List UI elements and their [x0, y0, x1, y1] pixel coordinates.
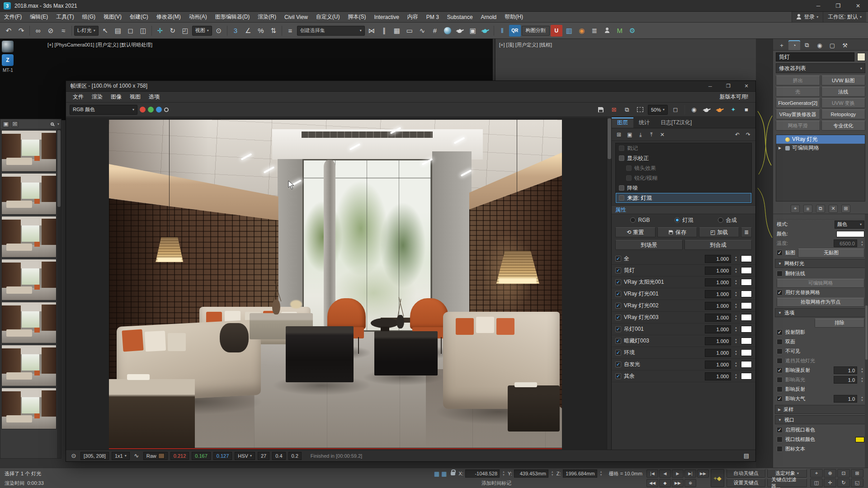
pixel-probe-icon[interactable]: ⊙ [70, 450, 78, 461]
radio-icon[interactable] [675, 217, 680, 223]
spinner[interactable]: ▲▼ [734, 338, 738, 344]
curve-editor-icon[interactable]: ∿ [416, 25, 428, 37]
source-radio[interactable]: 合成 [718, 216, 736, 224]
wire-color-swatch[interactable] [855, 437, 864, 442]
grid-snap-icon[interactable]: ▦ [441, 470, 447, 477]
chevron-down-icon[interactable]: ▾ [57, 122, 59, 126]
pick-mesh-button[interactable]: 拾取网格作为节点 [777, 298, 864, 307]
render-production-icon[interactable] [480, 25, 491, 37]
menu-item[interactable]: 工具(T) [52, 13, 78, 21]
option-checkbox[interactable]: ✓ [777, 348, 783, 354]
modifier-button[interactable]: 壳 [776, 87, 820, 97]
plugin-z-icon[interactable]: Z [2, 54, 14, 66]
history-clear-icon[interactable]: ☒ [11, 121, 19, 127]
make-unique-icon[interactable]: ⧉ [816, 205, 825, 213]
z-coordinate-field[interactable]: 1996.684mm [563, 469, 597, 478]
angle-snap-icon[interactable]: ∠ [242, 25, 254, 37]
lightmix-color-swatch[interactable] [741, 302, 752, 309]
modifier-button[interactable]: 网格平滑 [776, 121, 820, 131]
y-coordinate-field[interactable]: 439.453mm [514, 469, 548, 478]
menu-item[interactable]: 文件(F) [0, 13, 26, 21]
vfb-maximize-icon[interactable]: ❐ [719, 81, 737, 91]
reset-button[interactable]: ⟲重置 [615, 227, 656, 237]
close-icon[interactable]: ✕ [848, 0, 868, 11]
lightmix-value-field[interactable]: 1.000 [705, 361, 731, 369]
load-preset-icon[interactable]: ⤒ [647, 130, 656, 139]
lightmix-color-swatch[interactable] [741, 349, 752, 356]
load-button[interactable]: ◰加载 [699, 227, 739, 237]
lightmix-value-field[interactable]: 1.000 [705, 372, 731, 380]
vfb-tab[interactable]: 统计 [633, 117, 655, 128]
panel-scrollbar[interactable] [865, 214, 868, 468]
one-to-one-icon[interactable]: ◻ [670, 104, 681, 115]
pan-icon[interactable]: ✛ [824, 479, 836, 487]
history-enable-icon[interactable]: ▣ [2, 121, 9, 127]
zoom-icon[interactable]: ⌖ [810, 469, 823, 478]
zoom-extents-all-icon[interactable]: ⊞ [851, 469, 863, 478]
percent-snap-icon[interactable]: % [255, 25, 267, 37]
layer-row[interactable]: 来源: 灯混 [616, 193, 751, 203]
top-viewport[interactable]: [+] [顶] [用户定义] [线框] [495, 39, 760, 82]
lightmix-color-swatch[interactable] [741, 267, 752, 274]
save-image-icon[interactable] [595, 104, 606, 115]
menu-item[interactable]: Interactive [370, 14, 403, 20]
select-link-icon[interactable]: ∞ [32, 25, 44, 37]
wire-color-checkbox[interactable]: ✓ [777, 436, 783, 442]
mode-dropdown[interactable]: 颜色▾ [835, 221, 864, 229]
go-to-end-icon[interactable]: ▶▶ [697, 469, 709, 478]
mirror-icon[interactable]: ⋈ [366, 25, 377, 37]
radio-icon[interactable] [718, 217, 723, 223]
option-checkbox[interactable]: ✓ [777, 358, 783, 364]
vfb-menu-item[interactable]: 渲染 [88, 93, 107, 101]
lightmix-checkbox[interactable]: ✓ [615, 350, 621, 356]
modifier-button[interactable]: FloorGenerator[2] [776, 98, 820, 108]
top-viewport-label[interactable]: [+] [顶] [用户定义] [线框] [499, 42, 552, 48]
menu-item[interactable]: 组(G) [78, 13, 99, 21]
menu-item[interactable]: 内容 [403, 13, 422, 21]
go-to-start-icon[interactable]: |◀ [646, 469, 658, 478]
to-scene-button[interactable]: 到场景 [615, 240, 683, 250]
layer-manager-icon[interactable]: ▦ [391, 25, 403, 37]
redo-icon[interactable]: ↷ [744, 130, 753, 139]
material-editor-icon[interactable] [442, 25, 453, 37]
set-key-button[interactable]: 设置关键点 [726, 479, 765, 487]
source-radio[interactable]: RGB [630, 217, 650, 223]
menu-item[interactable]: 视图(V) [99, 13, 126, 21]
lightmix-color-swatch[interactable] [741, 279, 752, 286]
option-checkbox[interactable]: ✓ [777, 377, 783, 383]
layer-row[interactable]: 镜头效果 [616, 163, 751, 173]
lightmix-checkbox[interactable]: ✓ [615, 303, 621, 309]
move-icon[interactable]: ✛ [154, 25, 166, 37]
lightmix-row[interactable]: ✓ VRay 太阳光001 1.000 ▲▼ [612, 277, 755, 288]
map-checkbox[interactable]: ✓ [777, 250, 783, 256]
lightmix-value-field[interactable]: 1.000 [705, 337, 731, 345]
use-center-icon[interactable]: ⊙ [213, 25, 225, 37]
lightmix-row[interactable]: ✓ VRay 灯光002 1.000 ▲▼ [612, 300, 755, 312]
layer-row[interactable]: 显示校正 [616, 153, 751, 163]
vfb-close-icon[interactable]: ✕ [737, 81, 755, 91]
modifier-button[interactable]: UVW 变换 [821, 98, 866, 108]
menu-item[interactable]: 图形编辑器(D) [211, 13, 254, 21]
lightmix-color-swatch[interactable] [741, 291, 752, 297]
lightmix-checkbox[interactable]: ✓ [615, 291, 621, 297]
spinner[interactable]: ▲▼ [734, 361, 738, 368]
configure-sets-icon[interactable]: ⊞ [841, 205, 850, 213]
tab-create[interactable]: + [776, 40, 788, 50]
zoom-region-icon[interactable]: ◫ [810, 479, 823, 487]
prev-frame-icon[interactable]: ◀ [659, 469, 671, 478]
rollout-mesh-light[interactable]: ▼ 网格灯光 [775, 259, 866, 268]
save-preset-icon[interactable]: ⤓ [636, 130, 645, 139]
to-composite-button[interactable]: 到合成 [684, 240, 752, 250]
spinner[interactable]: ▲▼ [734, 350, 738, 356]
bars-plugin-icon[interactable]: ‖ [496, 25, 508, 37]
lightmix-row[interactable]: ✓ 其余 1.000 ▲▼ [612, 371, 755, 382]
key-prev-icon[interactable]: ◀◀ [646, 479, 658, 487]
modifier-button[interactable]: 挤出 [776, 75, 820, 85]
spinner[interactable]: ▲▼ [860, 396, 864, 402]
render-last-icon[interactable] [702, 104, 712, 115]
modifier-button[interactable]: VRay置换修改器 [776, 109, 820, 119]
lightmix-value-field[interactable]: 1.000 [705, 255, 731, 263]
clear-image-icon[interactable]: ⊠ [609, 104, 619, 115]
person-plugin-icon[interactable] [601, 25, 613, 37]
vfb-menu-item[interactable]: 选项 [145, 93, 164, 101]
